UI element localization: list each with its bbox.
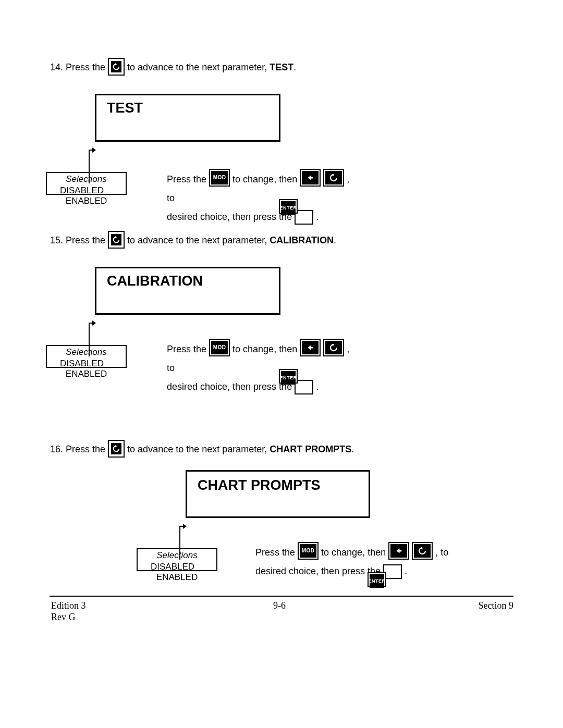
advance-icon (108, 440, 125, 458)
left-arrow-icon (388, 542, 409, 560)
display-title-chart: CHART PROMPTS (198, 477, 321, 493)
advance-icon (108, 58, 125, 76)
step-14: 14. Press the to advance to the next par… (50, 58, 296, 77)
enter-button-icon: ENTER (279, 369, 298, 384)
selections-title: Selections (47, 347, 126, 357)
cycle-icon (323, 169, 344, 187)
display-title-test: TEST (107, 100, 143, 116)
selections-title: Selections (138, 550, 216, 561)
footer-edition: Edition 3 (51, 600, 86, 611)
cycle-icon (412, 542, 433, 560)
display-title-calibration: CALIBRATION (107, 273, 203, 289)
footer-rev: Rev G (51, 612, 76, 623)
selections-options: DISABLED ENABLED (47, 186, 126, 206)
selections-title: Selections (47, 174, 126, 184)
selections-box: Selections DISABLED ENABLED (137, 548, 217, 571)
cycle-icon (323, 339, 344, 356)
selections-options: DISABLED ENABLED (138, 562, 216, 583)
left-arrow-icon (300, 169, 321, 187)
left-arrow-icon (300, 339, 321, 356)
footer-rule (50, 596, 513, 597)
enter-button-icon: ENTER (368, 572, 386, 587)
selections-box: Selections DISABLED ENABLED (46, 345, 127, 368)
svg-rect-1 (311, 347, 313, 349)
instruction-block: Press the MOD to change, then , to desir… (167, 170, 354, 226)
footer-section: Section 9 (479, 600, 514, 611)
mod-button-icon: MOD (209, 169, 230, 187)
step-15: 15. Press the to advance to the next par… (50, 231, 336, 250)
enter-button-icon: ENTER (279, 199, 298, 214)
instruction-block: Press the MOD to change, then , to desir… (255, 543, 454, 581)
advance-icon (108, 231, 125, 249)
selections-options: DISABLED ENABLED (47, 359, 126, 379)
svg-rect-0 (311, 177, 313, 179)
mod-button-icon: MOD (209, 339, 230, 356)
svg-rect-2 (399, 550, 402, 552)
selections-box: Selections DISABLED ENABLED (46, 172, 127, 195)
step-16: 16. Press the to advance to the next par… (50, 440, 354, 459)
footer-page: 9-6 (273, 600, 286, 611)
mod-button-icon: MOD (298, 542, 319, 560)
instruction-block: Press the MOD to change, then , to desir… (167, 340, 354, 396)
